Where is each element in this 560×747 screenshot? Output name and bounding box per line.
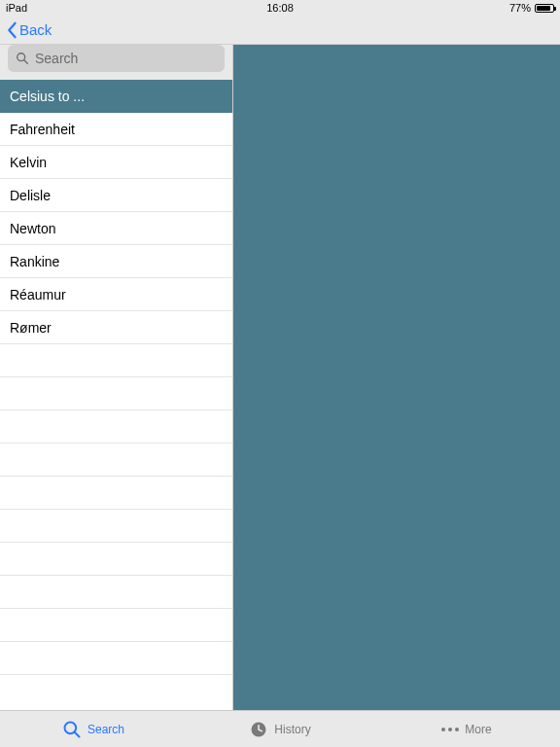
search-container: Search (0, 45, 232, 80)
svg-line-3 (74, 731, 79, 736)
list-item-label: Newton (10, 221, 55, 236)
list-item-label: Fahrenheit (10, 122, 75, 137)
nav-bar: Back (0, 16, 560, 45)
tab-more[interactable]: More (373, 711, 560, 747)
status-device: iPad (6, 2, 27, 14)
back-label: Back (19, 21, 52, 38)
list-item-label: Réaumur (10, 287, 66, 302)
back-button[interactable]: Back (6, 21, 52, 39)
search-icon (16, 52, 29, 65)
detail-pane (233, 45, 560, 710)
list-item-empty (0, 410, 232, 444)
list-item-empty (0, 344, 232, 377)
list-item-romer[interactable]: Rømer (0, 311, 232, 344)
list-item-empty (0, 477, 232, 510)
tab-history[interactable]: History (187, 711, 373, 747)
battery-percentage: 77% (509, 2, 531, 14)
split-view: Search Celsius to ... Fahrenheit Kelvin … (0, 45, 560, 710)
tab-label: Search (88, 723, 124, 736)
list-item-rankine[interactable]: Rankine (0, 245, 232, 278)
tab-search[interactable]: Search (0, 711, 187, 747)
search-icon (62, 720, 82, 739)
list-item-empty (0, 377, 232, 410)
list-item-label: Rømer (10, 320, 52, 336)
list-item-empty (0, 543, 232, 576)
section-header: Celsius to ... (0, 80, 232, 113)
conversion-list: Fahrenheit Kelvin Delisle Newton Rankine… (0, 113, 232, 710)
chevron-left-icon (6, 21, 18, 39)
battery-icon (535, 4, 554, 13)
status-bar: iPad 16:08 77% (0, 0, 560, 16)
list-item-reaumur[interactable]: Réaumur (0, 278, 232, 311)
list-item-empty (0, 609, 232, 642)
tab-label: More (465, 723, 491, 736)
list-item-label: Kelvin (10, 155, 47, 170)
list-item-fahrenheit[interactable]: Fahrenheit (0, 113, 232, 146)
more-icon (441, 728, 459, 731)
list-item-kelvin[interactable]: Kelvin (0, 146, 232, 179)
list-item-label: Delisle (10, 188, 51, 203)
svg-line-1 (24, 60, 28, 64)
search-input[interactable]: Search (8, 45, 225, 72)
list-item-empty (0, 510, 232, 543)
list-item-empty (0, 642, 232, 675)
list-item-newton[interactable]: Newton (0, 212, 232, 245)
status-time: 16:08 (266, 2, 294, 14)
list-item-delisle[interactable]: Delisle (0, 179, 232, 212)
history-icon (249, 720, 268, 739)
tab-label: History (274, 723, 310, 736)
status-battery: 77% (509, 2, 554, 14)
section-title: Celsius to ... (10, 89, 85, 104)
list-item-label: Rankine (10, 254, 59, 269)
tab-bar: Search History More (0, 710, 560, 747)
sidebar: Search Celsius to ... Fahrenheit Kelvin … (0, 45, 233, 710)
search-placeholder: Search (35, 51, 78, 66)
list-item-empty (0, 576, 232, 609)
list-item-empty (0, 444, 232, 477)
